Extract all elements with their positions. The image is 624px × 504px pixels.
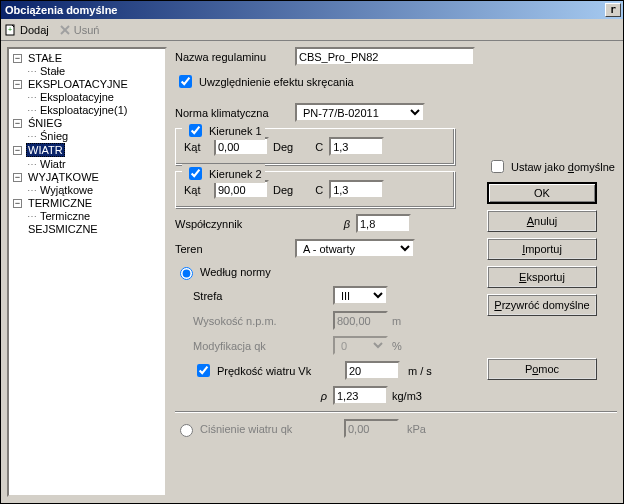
collapse-icon[interactable]: − — [13, 146, 22, 155]
tree-node[interactable]: −ŚNIEG — [13, 117, 163, 129]
speed-label: Prędkość wiatru Vk — [217, 365, 341, 377]
tree-leaf-label[interactable]: Wiatr — [38, 158, 68, 170]
collapse-icon[interactable]: − — [13, 80, 22, 89]
coef-label: Współczynnik — [175, 218, 295, 230]
toolbar: + Dodaj Usuń — [1, 19, 623, 41]
collapse-icon[interactable]: − — [13, 119, 22, 128]
tree-leaf[interactable]: ⋯Wyjątkowe — [27, 184, 163, 196]
tree-line-icon: ⋯ — [27, 66, 36, 77]
tree-leaf-label[interactable]: Eksploatacyjne — [38, 91, 116, 103]
by-standard-radio[interactable] — [180, 267, 193, 280]
twist-label: Uwzględnienie efektu skręcania — [199, 76, 354, 88]
dir2-c-label: C — [293, 184, 323, 196]
tree-leaf-label[interactable]: Śnieg — [38, 130, 70, 142]
tree-node-label[interactable]: ŚNIEG — [26, 117, 64, 129]
tree-node-label[interactable]: STAŁE — [26, 52, 64, 64]
tree-line-icon: ⋯ — [27, 159, 36, 170]
help-button[interactable]: Pomoc — [487, 358, 597, 380]
tree-line-icon: ⋯ — [27, 105, 36, 116]
tree-node[interactable]: −WYJĄTKOWE — [13, 171, 163, 183]
regulation-label: Nazwa regulaminu — [175, 51, 295, 63]
height-input — [333, 311, 388, 330]
tree-node-label[interactable]: WYJĄTKOWE — [26, 171, 101, 183]
tree-node[interactable]: −TERMICZNE — [13, 197, 163, 209]
tree-leaf[interactable]: ⋯Eksploatacyjne(1) — [27, 104, 163, 116]
toolbar-remove: Usuń — [59, 24, 100, 36]
dir1-angle-unit: Deg — [273, 141, 293, 153]
tree-node[interactable]: ·SEJSMICZNE — [13, 223, 163, 235]
tree-node-label[interactable]: TERMICZNE — [26, 197, 94, 209]
mod-label: Modyfikacja qk — [193, 340, 333, 352]
rho-symbol: ρ — [193, 390, 333, 402]
speed-input[interactable] — [345, 361, 400, 380]
window-title: Obciążenia domyślne — [5, 4, 605, 16]
load-tree[interactable]: −STAŁE⋯Stałe−EKSPLOATACYJNE⋯Eksploatacyj… — [7, 47, 167, 497]
dir1-c-label: C — [293, 141, 323, 153]
dir2-angle-unit: Deg — [273, 184, 293, 196]
twist-checkbox[interactable] — [179, 75, 192, 88]
by-standard-label: Według normy — [200, 266, 271, 278]
mod-unit: % — [392, 340, 402, 352]
tree-leaf[interactable]: ⋯Stałe — [27, 65, 163, 77]
set-default-check-row[interactable]: Ustaw jako domyślne — [487, 157, 617, 176]
height-label: Wysokość n.p.m. — [193, 315, 333, 327]
speed-checkbox[interactable] — [197, 364, 210, 377]
zone-label: Strefa — [193, 290, 333, 302]
tree-leaf[interactable]: ⋯Śnieg — [27, 130, 163, 142]
tree-node-label[interactable]: SEJSMICZNE — [26, 223, 100, 235]
restore-button[interactable]: Przywróć domyślne — [487, 294, 597, 316]
tree-leaf[interactable]: ⋯Eksploatacyjne — [27, 91, 163, 103]
terrain-select[interactable]: A - otwarty — [295, 239, 415, 258]
ok-button[interactable]: OK — [487, 182, 597, 204]
pressure-input — [344, 419, 399, 438]
coef-symbol: β — [295, 218, 350, 230]
tree-node-label[interactable]: WIATR — [26, 143, 65, 157]
set-default-checkbox[interactable] — [491, 160, 504, 173]
set-default-label: Ustaw jako domyślne — [511, 161, 615, 173]
direction2-group: Kierunek 2 Kąt Deg C — [175, 171, 455, 208]
tree-leaf[interactable]: ⋯Wiatr — [27, 158, 163, 170]
pressure-unit: kPa — [407, 423, 426, 435]
dir2-angle-label: Kąt — [184, 184, 214, 196]
direction1-checkbox[interactable] — [189, 124, 202, 137]
tree-leaf-label[interactable]: Stałe — [38, 65, 67, 77]
regulation-input[interactable] — [295, 47, 475, 66]
terrain-label: Teren — [175, 243, 295, 255]
collapse-icon[interactable]: − — [13, 173, 22, 182]
toolbar-add[interactable]: + Dodaj — [5, 24, 49, 36]
direction2-checkbox[interactable] — [189, 167, 202, 180]
cancel-button[interactable]: Anuluj — [487, 210, 597, 232]
dir1-c-input[interactable] — [329, 137, 384, 156]
pressure-radio[interactable] — [180, 424, 193, 437]
tree-node[interactable]: −WIATR — [13, 143, 163, 157]
direction1-title: Kierunek 1 — [209, 125, 262, 137]
height-unit: m — [392, 315, 401, 327]
tree-leaf[interactable]: ⋯Termiczne — [27, 210, 163, 222]
direction1-group: Kierunek 1 Kąt Deg C — [175, 128, 455, 165]
tree-line-icon: ⋯ — [27, 92, 36, 103]
import-button[interactable]: Importuj — [487, 238, 597, 260]
rho-input[interactable] — [333, 386, 388, 405]
form-panel: Nazwa regulaminu Uwzględnienie efektu sk… — [175, 47, 617, 497]
climate-label: Norma klimatyczna — [175, 107, 295, 119]
mod-select: 0 — [333, 336, 388, 355]
tree-line-icon: ⋯ — [27, 211, 36, 222]
tree-node-label[interactable]: EKSPLOATACYJNE — [26, 78, 130, 90]
coef-input[interactable] — [356, 214, 411, 233]
export-button[interactable]: Eksportuj — [487, 266, 597, 288]
zone-select[interactable]: III — [333, 286, 388, 305]
title-bar: Obciążenia domyślne r — [1, 1, 623, 19]
tree-leaf-label[interactable]: Termiczne — [38, 210, 92, 222]
collapse-icon[interactable]: − — [13, 199, 22, 208]
climate-select[interactable]: PN-77/B-02011 — [295, 103, 425, 122]
add-page-icon: + — [5, 24, 17, 36]
tree-leaf-label[interactable]: Wyjątkowe — [38, 184, 95, 196]
collapse-icon[interactable]: − — [13, 54, 22, 63]
tree-node[interactable]: −EKSPLOATACYJNE — [13, 78, 163, 90]
dir1-angle-label: Kąt — [184, 141, 214, 153]
tree-leaf-label[interactable]: Eksploatacyjne(1) — [38, 104, 129, 116]
close-button[interactable]: r — [605, 3, 621, 17]
tree-node[interactable]: −STAŁE — [13, 52, 163, 64]
dir2-c-input[interactable] — [329, 180, 384, 199]
delete-x-icon — [59, 24, 71, 36]
